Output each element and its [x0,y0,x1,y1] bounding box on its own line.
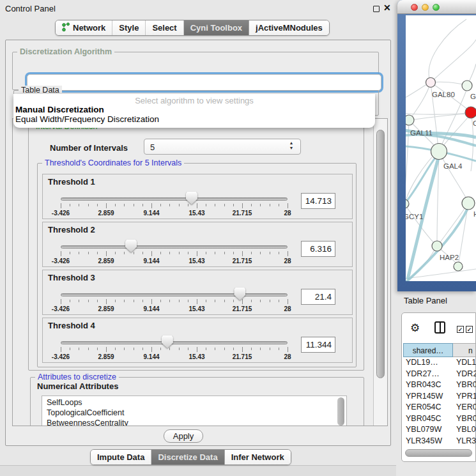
table-rows: YDL19…YDL1YDR27…YDR2YBR043CYBR0YPR145WYP… [403,357,476,448]
table-row[interactable]: YLR345WYLR3 [403,436,476,447]
tick-mark [79,204,79,206]
tab-discretize-data[interactable]: Discretize Data [151,450,224,464]
mac-close-icon[interactable] [411,4,418,11]
tab-impute-data[interactable]: Impute Data [91,450,151,464]
tick-label: 15.43 [178,257,216,265]
network-node-node-bottom-partial[interactable] [454,262,463,271]
tab-network[interactable]: Network [56,20,112,35]
table-row[interactable]: YER054CYER0 [403,402,476,413]
tick-mark [61,203,61,208]
network-node-HAP2[interactable] [432,241,442,251]
dropdown-option-equal-width[interactable]: Equal Width/Frequency Discretization [15,114,159,124]
table-row[interactable]: YBR045CYBR0 [403,413,476,425]
gear-icon[interactable]: ⚙ [410,321,420,335]
algorithm-combobox[interactable] [27,74,381,91]
checkbox-icon[interactable]: ✓ [466,326,473,333]
tick-mark [242,203,243,208]
tab-label: Cyni Toolbox [190,23,242,33]
network-node-GAL80[interactable] [426,78,436,88]
tick-label: -3.426 [42,210,80,217]
settings-scrollbar-thumb[interactable] [376,130,385,378]
numerical-attributes-list[interactable]: SelfLoopsTopologicalCoefficientBetweenne… [42,395,347,426]
threshold-3-slider-thumb[interactable] [234,288,245,300]
threshold-4-slider-thumb[interactable] [162,335,173,348]
tick-mark [279,204,279,206]
table-horizontal-scrollbar[interactable] [405,449,472,457]
tab-infer-network[interactable]: Infer Network [224,450,291,464]
settings-scrollbar-track[interactable] [373,119,387,426]
column-header-name[interactable]: n [453,343,476,357]
network-edge [431,40,476,82]
dropdown-option-manual-discretization[interactable]: Manual Discretization [15,105,104,114]
cyni-bottom-tabs: Impute DataDiscretize DataInfer Network [90,449,291,465]
tick-mark [179,204,180,206]
tab-cyni-toolbox[interactable]: Cyni Toolbox [184,20,249,35]
list-scrollbar[interactable] [337,397,344,426]
tab-style[interactable]: Style [112,20,146,35]
attribute-item[interactable]: BetweennessCentrality [47,418,128,426]
discretization-algorithm-group: Discretization Algorithm [12,52,379,90]
network-node-GAL11[interactable] [406,115,414,125]
threshold-4-panel: Threshold 4-3.4262.8599.14415.4321.71528… [42,318,353,363]
number-of-intervals-combobox[interactable]: 5 ▲▼ [144,139,301,155]
threshold-1-slider-thumb[interactable] [186,192,197,204]
columns-icon[interactable] [434,321,445,334]
network-window-titlebar[interactable] [397,0,476,14]
column-header-shared-name[interactable]: shared… [403,343,453,357]
tick-label: 2.859 [87,257,125,265]
tick-label: 15.43 [178,210,216,217]
mac-minimize-icon[interactable] [422,4,429,11]
tick-label: 9.144 [132,210,171,217]
dropdown-prompt: Select algorithm to view settings [13,96,375,105]
threshold-1-slider-track[interactable] [61,197,288,201]
tick-mark [179,348,180,350]
close-icon[interactable]: ✕ [383,3,391,13]
network-edge [410,82,431,119]
threshold-2-slider-track[interactable] [61,245,288,249]
tick-label: 9.144 [132,353,171,360]
tick-mark [70,300,70,302]
cell-name: YBR0 [456,380,476,389]
threshold-4-slider-track[interactable] [61,341,288,344]
tick-mark [197,347,197,352]
tick-mark [124,300,125,302]
float-window-icon[interactable] [373,6,380,12]
apply-button[interactable]: Apply [164,429,203,443]
tick-mark [151,251,152,256]
network-node-node-h-partial[interactable] [462,197,475,210]
network-node-GAL4[interactable] [431,144,447,160]
tick-mark [279,348,279,350]
attribute-item[interactable]: TopologicalCoefficient [47,408,124,417]
table-row[interactable]: YDR27…YDR2 [403,369,476,380]
threshold-2-slider-thumb[interactable] [125,240,137,252]
attribute-item[interactable]: SelfLoops [47,398,82,407]
threshold-1-value-field[interactable]: 14.713 [301,193,335,209]
network-node-node-g-partial[interactable] [462,81,472,91]
threshold-2-value-field[interactable]: 6.316 [301,241,335,257]
tick-label: 2.859 [87,353,125,360]
network-node-node-red[interactable] [465,107,476,118]
checkbox-icon[interactable]: ✓ [457,326,464,333]
table-row[interactable]: YBR043CYBR0 [403,380,476,391]
tick-mark [106,251,107,256]
table-row[interactable]: YBL079WYBL0 [403,424,476,436]
tick-mark [79,300,79,302]
tab-select[interactable]: Select [146,20,183,35]
threshold-1-panel: Threshold 1-3.4262.8599.14415.4321.71528… [42,174,353,219]
tick-mark [106,203,107,208]
network-canvas[interactable]: GAL80GGAL11CGAL4GCY1HHAP2 [406,15,476,281]
tick-mark [206,252,206,254]
table-row[interactable]: YIL052CYIL0 [403,447,476,448]
table-row[interactable]: YDL19…YDL1 [403,357,476,369]
network-node-GCY1[interactable] [406,199,409,208]
table-row[interactable]: YPR145WYPR1 [403,391,476,403]
cell-shared-name: YBR045C [406,414,441,423]
mac-zoom-icon[interactable] [433,4,440,11]
threshold-3-slider-track[interactable] [61,293,288,296]
threshold-4-value-field[interactable]: 11.344 [301,337,335,353]
tab-jactivemnodules[interactable]: jActiveMNodules [249,20,329,35]
threshold-1-label: Threshold 1 [48,177,95,187]
tick-mark [288,347,288,352]
threshold-3-value-field[interactable]: 21.4 [301,289,335,305]
tick-mark [142,204,143,206]
